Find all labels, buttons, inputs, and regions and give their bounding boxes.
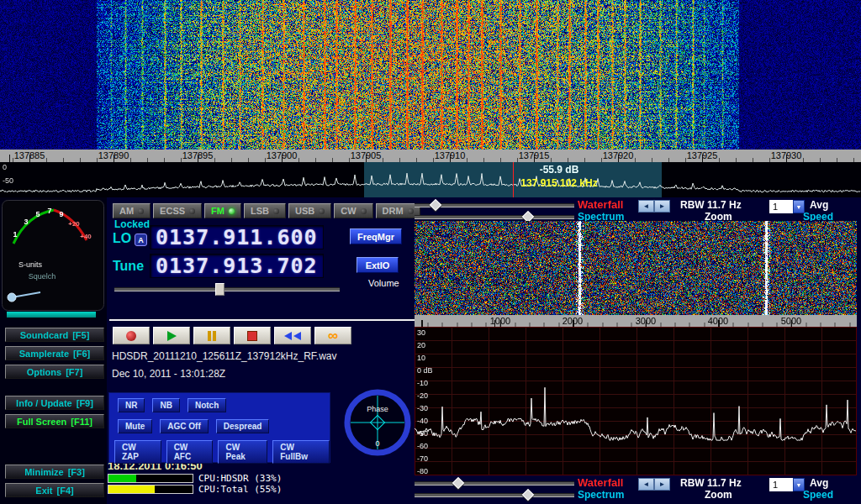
- menu-label: Soundcard: [20, 330, 68, 340]
- smeter-tick: 7: [47, 207, 51, 215]
- menu-options-button[interactable]: Options[F7]: [5, 365, 104, 379]
- lo-frequency-display[interactable]: 0137.911.600: [150, 225, 324, 249]
- mode-led-icon: [319, 208, 325, 214]
- loop-button[interactable]: ∞: [314, 327, 351, 344]
- squelch-level-bar[interactable]: [7, 312, 96, 318]
- phase-dial: Phase 0: [341, 386, 415, 459]
- dsp-cw-afc-button[interactable]: CW AFC: [166, 440, 214, 464]
- main-spectrum-panel[interactable]: 0 -50 -55.9 dB 137.915.102 kHz: [0, 162, 861, 197]
- mode-selector: AM ECSS FM LSB USB CW DRM: [113, 203, 420, 218]
- spectrum-range-thumb[interactable]: [522, 489, 534, 501]
- freq-tick-label: 137895: [172, 150, 223, 160]
- spectrum-db-label: 0: [3, 163, 7, 171]
- mode-cw-button[interactable]: CW: [334, 203, 372, 218]
- zoom-in-button[interactable]: ►: [654, 478, 670, 491]
- mode-drm-button[interactable]: DRM: [376, 203, 420, 218]
- rf-waterfall[interactable]: [415, 221, 857, 315]
- record-button[interactable]: [113, 327, 150, 344]
- display-controls-top: Waterfall Spectrum ◄ ► RBW 11.7 Hz Zoom …: [415, 198, 861, 221]
- mode-led-icon: [138, 208, 144, 214]
- waterfall-label: Waterfall: [578, 476, 623, 489]
- freq-tick-label: 137915: [509, 150, 559, 160]
- menu-fullscreen-button[interactable]: Full Screen[F11]: [5, 414, 104, 428]
- menu-key: [F9]: [77, 398, 93, 408]
- zoom-out-button[interactable]: ◄: [638, 200, 654, 213]
- mode-label: DRM: [383, 206, 404, 216]
- freq-tick-label: 137900: [256, 150, 307, 160]
- dsp-cw-peak-button[interactable]: CW Peak: [218, 440, 267, 464]
- locked-label: Locked: [114, 218, 150, 230]
- dsp-notch-button[interactable]: Notch: [188, 398, 226, 412]
- mode-led-icon: [361, 208, 367, 214]
- dsp-despread-button[interactable]: Despread: [216, 419, 270, 433]
- dsp-agc-off-button[interactable]: AGC Off: [160, 419, 208, 433]
- spectrum-range-slider[interactable]: [415, 493, 574, 497]
- audio-db-label: -40: [417, 417, 428, 425]
- audio-db-scale: 30 20 10 0 dB -10 -20 -30 -40 -50 -60 -7…: [417, 328, 442, 473]
- main-waterfall[interactable]: [0, 0, 861, 150]
- audio-spectrum[interactable]: [415, 327, 857, 475]
- tuning-bar[interactable]: [109, 319, 415, 321]
- mode-label: FM: [211, 206, 224, 216]
- lo-a-badge[interactable]: A: [135, 234, 147, 246]
- menu-minimize-button[interactable]: Minimize[F3]: [5, 465, 104, 479]
- menu-samplerate-button[interactable]: Samplerate[F6]: [5, 346, 104, 360]
- menu-info-update-button[interactable]: Info / Update[F9]: [5, 396, 104, 410]
- waterfall-contrast-slider[interactable]: [415, 481, 574, 486]
- audio-db-label: -20: [417, 391, 428, 400]
- audio-db-label: -60: [417, 442, 428, 450]
- menu-label: Exit: [35, 486, 52, 496]
- volume-slider-thumb[interactable]: [215, 283, 224, 296]
- tune-label: Tune: [113, 259, 144, 274]
- mode-am-button[interactable]: AM: [113, 203, 151, 218]
- menu-key: [F6]: [73, 349, 90, 359]
- mode-label: CW: [341, 206, 356, 216]
- avg-select[interactable]: 1 ▼: [769, 200, 805, 213]
- audio-db-label: -10: [417, 379, 428, 387]
- rf-tick-label: 1000: [475, 316, 526, 326]
- record-icon: [126, 331, 136, 341]
- dsp-nb-button[interactable]: NB: [152, 398, 179, 412]
- tune-frequency-display[interactable]: 0137.913.702: [150, 254, 324, 278]
- rf-tick-label: 4000: [693, 316, 743, 326]
- spectrum-range-slider[interactable]: [415, 215, 574, 219]
- dsp-nr-button[interactable]: NR: [118, 398, 145, 412]
- cursor-freq-readout: 137.915.102 kHz: [504, 177, 614, 189]
- mode-usb-button[interactable]: USB: [288, 203, 331, 218]
- mode-ecss-button[interactable]: ECSS: [153, 203, 202, 218]
- dsp-cw-zap-button[interactable]: CW ZAP: [114, 440, 161, 464]
- freq-tick-label: 137905: [341, 150, 391, 160]
- recording-file-date: Dec 10, 2011 - 13:01:28Z: [112, 368, 225, 380]
- waterfall-contrast-thumb[interactable]: [430, 199, 441, 211]
- menu-soundcard-button[interactable]: Soundcard[F5]: [5, 328, 104, 342]
- play-button[interactable]: [153, 327, 190, 344]
- volume-slider-track[interactable]: [114, 287, 340, 291]
- main-spectrum[interactable]: [0, 162, 861, 197]
- menu-key: [F5]: [72, 330, 89, 340]
- menu-exit-button[interactable]: Exit[F4]: [5, 483, 104, 497]
- freq-tick-label: 137930: [761, 150, 811, 160]
- rbw-readout: RBW 11.7 Hz: [680, 199, 742, 211]
- stop-button[interactable]: [234, 327, 271, 344]
- smeter-needle-pivot: [8, 293, 16, 302]
- recording-file-name: HDSDR_20111210_125611Z_137912kHz_RF.wav: [112, 350, 337, 362]
- zoom-in-button[interactable]: ►: [654, 200, 670, 213]
- waterfall-contrast-thumb[interactable]: [452, 477, 464, 489]
- pause-button[interactable]: [193, 327, 230, 344]
- freqmgr-button[interactable]: FreqMgr: [350, 228, 402, 244]
- volume-label: Volume: [368, 278, 399, 288]
- rewind-button[interactable]: [274, 327, 311, 344]
- extio-button[interactable]: ExtIO: [357, 257, 399, 273]
- rf-ruler[interactable]: 1000 2000 3000 4000 5000: [415, 315, 857, 327]
- mode-fm-button[interactable]: FM: [204, 203, 241, 218]
- pause-icon: [213, 331, 216, 341]
- audio-db-label: 20: [417, 341, 425, 349]
- dsp-cw-fullbw-button[interactable]: CW FullBw: [272, 440, 330, 464]
- frequency-ruler[interactable]: 137885 137890 137895 137900 137905 13791…: [0, 150, 861, 162]
- play-icon: [167, 331, 177, 341]
- mode-lsb-button[interactable]: LSB: [244, 203, 286, 218]
- rbw-readout: RBW 11.7 Hz: [680, 477, 742, 489]
- zoom-out-button[interactable]: ◄: [638, 478, 654, 491]
- avg-select[interactable]: 1 ▼: [769, 478, 805, 491]
- dsp-mute-button[interactable]: Mute: [118, 419, 152, 433]
